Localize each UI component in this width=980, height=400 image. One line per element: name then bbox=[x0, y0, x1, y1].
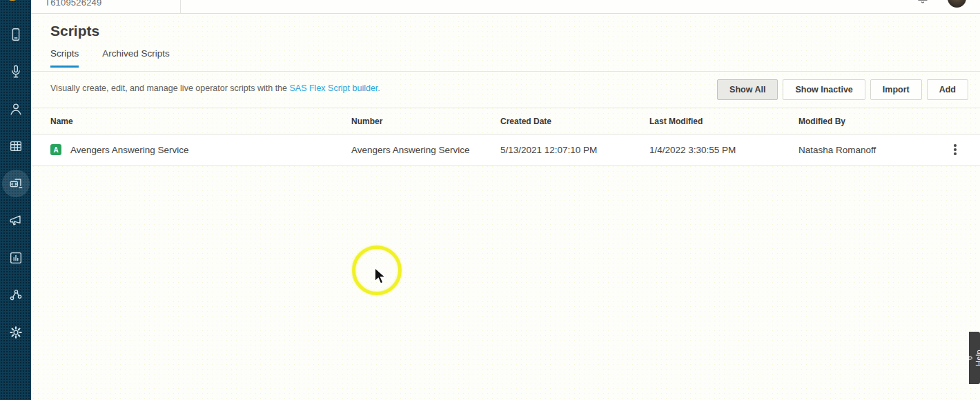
description-text: Visually create, edit, and manage live o… bbox=[50, 83, 289, 93]
phone-icon bbox=[8, 27, 23, 42]
row-menu-button[interactable] bbox=[951, 141, 959, 158]
help-label: Help bbox=[974, 350, 980, 366]
column-header-created-date: Created Date bbox=[500, 117, 649, 126]
help-tab[interactable]: ? Help bbox=[969, 332, 980, 384]
question-mark-circle-icon: ? bbox=[964, 356, 972, 360]
user-avatar[interactable] bbox=[948, 0, 966, 8]
column-header-number: Number bbox=[351, 117, 500, 126]
scripts-toolbar: Visually create, edit, and manage live o… bbox=[31, 72, 980, 108]
column-header-name: Name bbox=[50, 117, 351, 126]
top-bar: T6109526249 bbox=[31, 0, 980, 14]
account-phone-number: T6109526249 bbox=[45, 0, 101, 8]
sidebar-item-voice[interactable] bbox=[0, 57, 31, 87]
user-icon bbox=[8, 101, 23, 117]
main-content: T6109526249 Scripts Scripts Archived Scr… bbox=[31, 0, 980, 400]
table-row[interactable]: A Avengers Answering Service Avengers An… bbox=[31, 134, 980, 166]
script-name: Avengers Answering Service bbox=[70, 145, 189, 155]
flex-script-builder-link[interactable]: SAS Flex Script builder. bbox=[289, 83, 380, 93]
tab-archived-scripts[interactable]: Archived Scripts bbox=[102, 48, 170, 68]
column-header-modified-by: Modified By bbox=[798, 117, 939, 126]
import-button[interactable]: Import bbox=[870, 79, 922, 100]
share-icon bbox=[8, 288, 23, 303]
sidebar-item-settings[interactable] bbox=[0, 317, 31, 348]
script-number-cell: Avengers Answering Service bbox=[351, 145, 500, 155]
modified-by-cell: Natasha Romanoff bbox=[798, 145, 939, 155]
brand-logo-icon bbox=[3, 0, 22, 1]
sidebar-item-integrations[interactable] bbox=[0, 280, 31, 310]
active-status-badge: A bbox=[50, 144, 61, 155]
sidebar-item-analytics[interactable] bbox=[0, 243, 31, 273]
bell-icon bbox=[917, 0, 929, 6]
show-inactive-button[interactable]: Show Inactive bbox=[783, 79, 865, 100]
last-modified-cell: 1/4/2022 3:30:55 PM bbox=[649, 145, 798, 155]
notifications-button[interactable] bbox=[917, 0, 929, 6]
topbar-divider bbox=[180, 0, 181, 14]
analytics-icon bbox=[8, 250, 23, 266]
microphone-icon bbox=[8, 64, 23, 79]
sidebar-item-users[interactable] bbox=[0, 94, 31, 124]
toolbar-buttons: Show All Show Inactive Import Add bbox=[717, 79, 968, 100]
sidebar-nav bbox=[0, 0, 31, 400]
column-header-last-modified: Last Modified bbox=[649, 117, 798, 126]
script-name-cell: A Avengers Answering Service bbox=[50, 144, 351, 155]
show-all-button[interactable]: Show All bbox=[717, 79, 778, 100]
sidebar-item-announcements[interactable] bbox=[0, 206, 31, 236]
sidebar-item-phone[interactable] bbox=[0, 19, 31, 50]
add-button[interactable]: Add bbox=[927, 79, 968, 100]
created-date-cell: 5/13/2021 12:07:10 PM bbox=[500, 145, 649, 155]
page-title: Scripts bbox=[50, 23, 99, 39]
keypad-icon bbox=[8, 139, 23, 154]
tab-bar: Scripts Archived Scripts bbox=[50, 48, 170, 68]
scripts-description: Visually create, edit, and manage live o… bbox=[50, 83, 380, 93]
megaphone-icon bbox=[8, 213, 23, 228]
table-header: Name Number Created Date Last Modified M… bbox=[31, 108, 980, 134]
script-chat-icon bbox=[8, 176, 23, 191]
tab-scripts[interactable]: Scripts bbox=[50, 48, 79, 68]
sidebar-item-keypad[interactable] bbox=[0, 131, 31, 161]
sidebar-item-scripts[interactable] bbox=[0, 168, 31, 199]
settings-icon bbox=[8, 325, 23, 340]
